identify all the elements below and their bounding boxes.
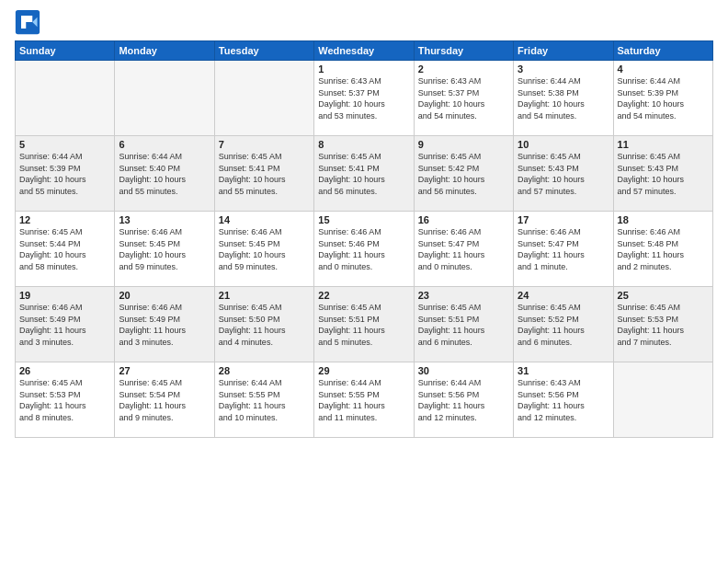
day-info: Sunrise: 6:45 AM Sunset: 5:41 PM Dayligh…: [318, 151, 409, 197]
calendar-cell: 11Sunrise: 6:45 AM Sunset: 5:43 PM Dayli…: [613, 136, 712, 212]
calendar-cell: [613, 362, 712, 438]
calendar-cell: 12Sunrise: 6:45 AM Sunset: 5:44 PM Dayli…: [16, 212, 115, 287]
calendar-cell: 17Sunrise: 6:46 AM Sunset: 5:47 PM Dayli…: [514, 212, 613, 287]
day-info: Sunrise: 6:43 AM Sunset: 5:56 PM Dayligh…: [518, 377, 609, 423]
calendar-cell: 25Sunrise: 6:45 AM Sunset: 5:53 PM Dayli…: [613, 287, 712, 362]
calendar-cell: 19Sunrise: 6:46 AM Sunset: 5:49 PM Dayli…: [16, 287, 115, 362]
day-info: Sunrise: 6:46 AM Sunset: 5:48 PM Dayligh…: [618, 226, 709, 272]
day-number: 4: [618, 63, 709, 75]
calendar-header-tuesday: Tuesday: [214, 41, 313, 61]
day-info: Sunrise: 6:45 AM Sunset: 5:44 PM Dayligh…: [19, 226, 110, 272]
day-info: Sunrise: 6:46 AM Sunset: 5:49 PM Dayligh…: [119, 302, 210, 348]
day-info: Sunrise: 6:44 AM Sunset: 5:55 PM Dayligh…: [318, 377, 409, 423]
day-info: Sunrise: 6:46 AM Sunset: 5:49 PM Dayligh…: [19, 302, 110, 348]
calendar-cell: 7Sunrise: 6:45 AM Sunset: 5:41 PM Daylig…: [214, 136, 313, 212]
day-number: 31: [518, 365, 609, 376]
calendar-cell: 3Sunrise: 6:44 AM Sunset: 5:38 PM Daylig…: [514, 61, 613, 136]
day-number: 27: [119, 365, 210, 376]
calendar-header-thursday: Thursday: [414, 41, 513, 61]
day-info: Sunrise: 6:46 AM Sunset: 5:46 PM Dayligh…: [318, 226, 409, 272]
day-number: 29: [318, 365, 409, 376]
day-info: Sunrise: 6:45 AM Sunset: 5:51 PM Dayligh…: [318, 302, 409, 348]
calendar-cell: 28Sunrise: 6:44 AM Sunset: 5:55 PM Dayli…: [214, 362, 313, 438]
day-info: Sunrise: 6:44 AM Sunset: 5:40 PM Dayligh…: [119, 151, 210, 197]
calendar-cell: 8Sunrise: 6:45 AM Sunset: 5:41 PM Daylig…: [314, 136, 414, 212]
day-info: Sunrise: 6:45 AM Sunset: 5:53 PM Dayligh…: [618, 302, 709, 348]
day-number: 15: [318, 214, 409, 225]
calendar-week-1: 1Sunrise: 6:43 AM Sunset: 5:37 PM Daylig…: [16, 61, 713, 136]
day-number: 2: [418, 63, 509, 75]
day-number: 9: [418, 139, 509, 150]
day-number: 24: [518, 290, 609, 301]
day-number: 1: [318, 63, 409, 75]
calendar-cell: [115, 61, 214, 136]
day-number: 23: [418, 290, 509, 301]
calendar-cell: 22Sunrise: 6:45 AM Sunset: 5:51 PM Dayli…: [314, 287, 414, 362]
calendar-cell: 23Sunrise: 6:45 AM Sunset: 5:51 PM Dayli…: [414, 287, 513, 362]
day-info: Sunrise: 6:46 AM Sunset: 5:47 PM Dayligh…: [418, 226, 509, 272]
day-info: Sunrise: 6:44 AM Sunset: 5:55 PM Dayligh…: [219, 377, 310, 423]
calendar-cell: 18Sunrise: 6:46 AM Sunset: 5:48 PM Dayli…: [613, 212, 712, 287]
calendar-cell: [16, 61, 115, 136]
day-number: 18: [618, 214, 709, 225]
day-info: Sunrise: 6:46 AM Sunset: 5:45 PM Dayligh…: [219, 226, 310, 272]
day-number: 25: [618, 290, 709, 301]
day-number: 19: [19, 290, 110, 301]
day-number: 17: [518, 214, 609, 225]
day-info: Sunrise: 6:43 AM Sunset: 5:37 PM Dayligh…: [418, 75, 509, 121]
calendar-cell: 27Sunrise: 6:45 AM Sunset: 5:54 PM Dayli…: [115, 362, 214, 438]
calendar-cell: 26Sunrise: 6:45 AM Sunset: 5:53 PM Dayli…: [16, 362, 115, 438]
calendar-cell: 4Sunrise: 6:44 AM Sunset: 5:39 PM Daylig…: [613, 61, 712, 136]
day-number: 3: [518, 63, 609, 75]
calendar-header-wednesday: Wednesday: [314, 41, 414, 61]
day-number: 11: [618, 139, 709, 150]
calendar-header-row: SundayMondayTuesdayWednesdayThursdayFrid…: [16, 41, 713, 61]
calendar-cell: 15Sunrise: 6:46 AM Sunset: 5:46 PM Dayli…: [314, 212, 414, 287]
calendar-week-2: 5Sunrise: 6:44 AM Sunset: 5:39 PM Daylig…: [16, 136, 713, 212]
calendar-table: SundayMondayTuesdayWednesdayThursdayFrid…: [15, 40, 713, 438]
calendar-cell: 14Sunrise: 6:46 AM Sunset: 5:45 PM Dayli…: [214, 212, 313, 287]
day-info: Sunrise: 6:45 AM Sunset: 5:52 PM Dayligh…: [518, 302, 609, 348]
day-info: Sunrise: 6:45 AM Sunset: 5:43 PM Dayligh…: [618, 151, 709, 197]
calendar-week-3: 12Sunrise: 6:45 AM Sunset: 5:44 PM Dayli…: [16, 212, 713, 287]
calendar-cell: 31Sunrise: 6:43 AM Sunset: 5:56 PM Dayli…: [514, 362, 613, 438]
calendar-cell: [214, 61, 313, 136]
day-info: Sunrise: 6:43 AM Sunset: 5:37 PM Dayligh…: [318, 75, 409, 121]
day-number: 12: [19, 214, 110, 225]
calendar-cell: 2Sunrise: 6:43 AM Sunset: 5:37 PM Daylig…: [414, 61, 513, 136]
calendar-header-sunday: Sunday: [16, 41, 115, 61]
logo-icon: [15, 9, 40, 35]
day-number: 20: [119, 290, 210, 301]
day-number: 22: [318, 290, 409, 301]
day-info: Sunrise: 6:45 AM Sunset: 5:41 PM Dayligh…: [219, 151, 310, 197]
day-info: Sunrise: 6:46 AM Sunset: 5:45 PM Dayligh…: [119, 226, 210, 272]
calendar-cell: 9Sunrise: 6:45 AM Sunset: 5:42 PM Daylig…: [414, 136, 513, 212]
day-number: 10: [518, 139, 609, 150]
calendar-cell: 21Sunrise: 6:45 AM Sunset: 5:50 PM Dayli…: [214, 287, 313, 362]
day-info: Sunrise: 6:45 AM Sunset: 5:54 PM Dayligh…: [119, 377, 210, 423]
day-number: 26: [19, 365, 110, 376]
day-info: Sunrise: 6:44 AM Sunset: 5:56 PM Dayligh…: [418, 377, 509, 423]
calendar-cell: 16Sunrise: 6:46 AM Sunset: 5:47 PM Dayli…: [414, 212, 513, 287]
day-info: Sunrise: 6:46 AM Sunset: 5:47 PM Dayligh…: [518, 226, 609, 272]
day-number: 5: [19, 139, 110, 150]
day-number: 7: [219, 139, 310, 150]
calendar-week-4: 19Sunrise: 6:46 AM Sunset: 5:49 PM Dayli…: [16, 287, 713, 362]
calendar-cell: 1Sunrise: 6:43 AM Sunset: 5:37 PM Daylig…: [314, 61, 414, 136]
day-info: Sunrise: 6:45 AM Sunset: 5:51 PM Dayligh…: [418, 302, 509, 348]
calendar-cell: 24Sunrise: 6:45 AM Sunset: 5:52 PM Dayli…: [514, 287, 613, 362]
day-number: 30: [418, 365, 509, 376]
calendar-cell: 20Sunrise: 6:46 AM Sunset: 5:49 PM Dayli…: [115, 287, 214, 362]
day-info: Sunrise: 6:45 AM Sunset: 5:43 PM Dayligh…: [518, 151, 609, 197]
calendar-cell: 13Sunrise: 6:46 AM Sunset: 5:45 PM Dayli…: [115, 212, 214, 287]
header: [15, 9, 713, 35]
day-number: 6: [119, 139, 210, 150]
calendar-week-5: 26Sunrise: 6:45 AM Sunset: 5:53 PM Dayli…: [16, 362, 713, 438]
page: SundayMondayTuesdayWednesdayThursdayFrid…: [0, 0, 728, 563]
day-number: 13: [119, 214, 210, 225]
day-number: 16: [418, 214, 509, 225]
day-info: Sunrise: 6:44 AM Sunset: 5:39 PM Dayligh…: [19, 151, 110, 197]
day-info: Sunrise: 6:44 AM Sunset: 5:39 PM Dayligh…: [618, 75, 709, 121]
logo: [15, 9, 44, 35]
day-number: 21: [219, 290, 310, 301]
